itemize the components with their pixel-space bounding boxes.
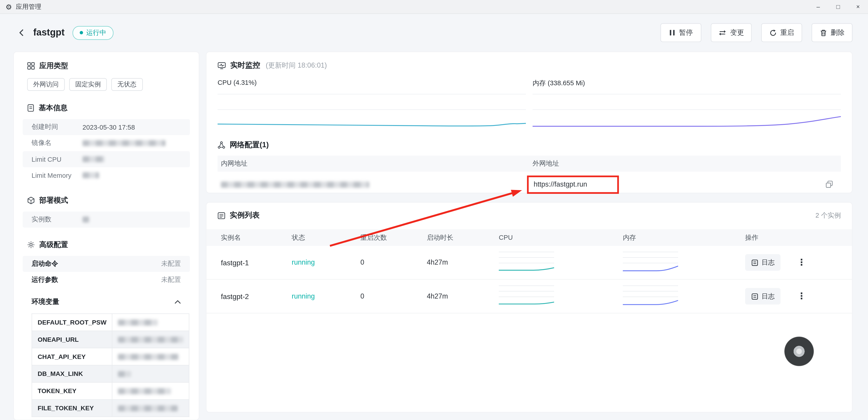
env-value-redacted bbox=[118, 319, 158, 325]
limit-cpu-label: Limit CPU bbox=[32, 155, 83, 163]
section-advanced-config: 高级配置 bbox=[14, 240, 199, 250]
env-value-redacted bbox=[118, 388, 171, 394]
tag-stateless: 无状态 bbox=[111, 78, 143, 91]
log-button-label: 日志 bbox=[762, 292, 775, 301]
col-instance-name: 实例名 bbox=[218, 233, 288, 242]
external-url-highlight: https://fastgpt.run bbox=[527, 175, 619, 193]
instance-list-header: 实例列表 2 个实例 bbox=[207, 210, 852, 221]
instance-status: running bbox=[288, 259, 357, 266]
instance-count-badge: 2 个实例 bbox=[815, 211, 841, 220]
instance-count-redacted-value bbox=[83, 216, 89, 222]
app-detail-panel: 应用类型 外网访问 固定实例 无状态 基本信息 创建时间 2023-05-30 … bbox=[13, 52, 199, 420]
change-button[interactable]: 变更 bbox=[711, 23, 752, 42]
maximize-button[interactable]: □ bbox=[828, 0, 848, 13]
env-key-file-token-key: FILE_TOKEN_KEY bbox=[32, 399, 112, 417]
deploy-cube-icon bbox=[27, 197, 35, 204]
instance-list-title: 实例列表 bbox=[230, 210, 259, 220]
copy-icon bbox=[825, 180, 833, 188]
col-memory: 内存 bbox=[620, 233, 742, 242]
image-name-label: 镜像名 bbox=[32, 139, 83, 148]
env-row: DB_MAX_LINK bbox=[32, 365, 189, 383]
instance-uptime: 4h27m bbox=[424, 293, 495, 300]
start-command-label: 启动命令 bbox=[32, 259, 58, 269]
chevron-left-icon bbox=[18, 29, 25, 36]
create-time-value: 2023-05-30 17:58 bbox=[83, 123, 135, 131]
delete-button[interactable]: 删除 bbox=[811, 23, 852, 42]
instance-list-card: 实例列表 2 个实例 实例名 状态 重启次数 启动时长 CPU 内存 操作 fa… bbox=[206, 202, 852, 413]
back-button[interactable] bbox=[14, 26, 29, 40]
restart-button[interactable]: 重启 bbox=[761, 23, 802, 42]
limit-memory-label: Limit Memory bbox=[32, 172, 83, 179]
monitoring-update-time: (更新时间 18:06:01) bbox=[266, 61, 327, 70]
env-row: CHAT_API_KEY bbox=[32, 348, 189, 365]
collapse-env-button[interactable] bbox=[174, 300, 181, 304]
env-row: TOKEN_KEY bbox=[32, 383, 189, 400]
env-key-oneapi-url: ONEAPI_URL bbox=[32, 331, 112, 348]
network-table-header: 内网地址 外网地址 bbox=[218, 156, 841, 172]
close-button[interactable]: × bbox=[848, 0, 868, 13]
run-params-value: 未配置 bbox=[161, 275, 181, 285]
env-row: ONEAPI_URL bbox=[32, 331, 189, 348]
instance-restarts: 0 bbox=[357, 259, 424, 266]
change-label: 变更 bbox=[730, 28, 744, 37]
copy-url-button[interactable] bbox=[825, 180, 833, 188]
restart-icon bbox=[769, 29, 776, 36]
log-icon bbox=[751, 293, 758, 300]
section-deploy-mode: 部署模式 bbox=[14, 196, 199, 205]
info-row-image-name: 镜像名 bbox=[23, 135, 190, 151]
info-row-instance-count: 实例数 bbox=[23, 211, 190, 228]
network-header: 网络配置(1) bbox=[218, 140, 841, 151]
env-value-redacted bbox=[118, 354, 179, 360]
more-actions-button[interactable]: ⋮ bbox=[795, 291, 808, 302]
instance-status: running bbox=[288, 293, 357, 300]
document-icon bbox=[27, 104, 34, 112]
chevron-up-icon bbox=[174, 300, 181, 304]
env-vars-header: 环境变量 bbox=[23, 294, 190, 310]
list-icon bbox=[218, 212, 225, 219]
log-button[interactable]: 日志 bbox=[745, 288, 780, 304]
env-value-redacted bbox=[118, 405, 178, 411]
limit-memory-redacted-value bbox=[83, 172, 99, 178]
create-time-label: 创建时间 bbox=[32, 122, 83, 132]
env-row: DEFAULT_ROOT_PSW bbox=[32, 314, 189, 331]
tag-fixed-instance: 固定实例 bbox=[69, 78, 107, 91]
app-type-title: 应用类型 bbox=[39, 61, 68, 71]
instance-uptime: 4h27m bbox=[424, 259, 495, 266]
instance-table-header: 实例名 状态 重启次数 启动时长 CPU 内存 操作 bbox=[207, 229, 852, 246]
app-window: ⚙ 应用管理 – □ × fastgpt 运行中 暂停 bbox=[0, 0, 868, 420]
app-gear-icon: ⚙ bbox=[5, 3, 12, 10]
instance-row-fastgpt-2: fastgpt-2 running 0 4h27m bbox=[207, 279, 852, 313]
external-url-link[interactable]: https://fastgpt.run bbox=[534, 180, 587, 188]
info-row-create-time: 创建时间 2023-05-30 17:58 bbox=[23, 119, 190, 135]
env-vars-title: 环境变量 bbox=[32, 297, 59, 307]
col-restarts: 重启次数 bbox=[357, 233, 424, 242]
grid-icon bbox=[27, 62, 35, 70]
cpu-chart-label: CPU (4.31%) bbox=[218, 79, 526, 89]
col-operations: 操作 bbox=[742, 233, 841, 242]
basic-info-title: 基本信息 bbox=[39, 103, 67, 113]
monitoring-header: 实时监控 (更新时间 18:06:01) bbox=[218, 60, 841, 71]
section-basic-info: 基本信息 bbox=[14, 103, 199, 113]
minimize-button[interactable]: – bbox=[808, 0, 828, 13]
env-key-chat-api-key: CHAT_API_KEY bbox=[32, 348, 112, 365]
instance-cpu-sparkline bbox=[499, 284, 554, 308]
log-button[interactable]: 日志 bbox=[745, 254, 780, 271]
instance-memory-sparkline bbox=[623, 284, 678, 308]
more-actions-button[interactable]: ⋮ bbox=[795, 257, 808, 268]
image-name-redacted-value bbox=[83, 140, 165, 146]
network-title: 网络配置(1) bbox=[230, 140, 269, 150]
status-badge: 运行中 bbox=[72, 26, 113, 39]
cpu-sparkline bbox=[218, 90, 526, 134]
internal-address-redacted bbox=[221, 181, 369, 187]
network-table: 内网地址 外网地址 https://fastgpt.run bbox=[218, 156, 841, 197]
deploy-mode-title: 部署模式 bbox=[39, 196, 68, 205]
memory-chart: 内存 (338.655 Mi) bbox=[532, 79, 841, 134]
status-dot-icon bbox=[80, 31, 83, 34]
col-status: 状态 bbox=[288, 233, 357, 242]
limit-cpu-redacted-value bbox=[83, 156, 105, 162]
monitor-icon bbox=[218, 62, 226, 69]
info-row-run-params: 运行参数 未配置 bbox=[23, 272, 190, 288]
col-internal-address: 内网地址 bbox=[218, 159, 529, 169]
pause-button[interactable]: 暂停 bbox=[660, 23, 701, 42]
network-table-row: https://fastgpt.run bbox=[218, 172, 841, 197]
